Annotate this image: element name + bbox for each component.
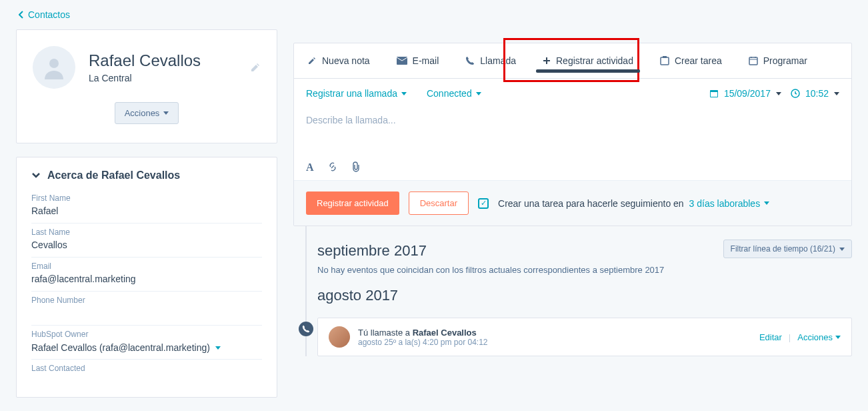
caret-down-icon — [839, 248, 845, 251]
svg-point-0 — [49, 59, 59, 68]
caret-down-icon — [834, 92, 839, 95]
actions-label: Acciones — [125, 108, 160, 118]
field-phone[interactable]: Phone Number — [31, 296, 262, 326]
tabs: Nueva nota E-mail Llamada Registrar acti… — [294, 43, 851, 79]
discard-button[interactable]: Descartar — [409, 191, 469, 215]
svg-rect-6 — [711, 92, 717, 97]
link-icon[interactable] — [327, 161, 338, 173]
field-first-name[interactable]: First Name Rafael — [31, 193, 262, 224]
field-owner[interactable]: HubSpot Owner Rafael Cevallos (rafa@lace… — [31, 330, 262, 360]
about-header[interactable]: Acerca de Rafael Cevallos — [31, 169, 262, 181]
tab-task[interactable]: Crear tarea — [647, 43, 735, 78]
tab-note[interactable]: Nueva nota — [294, 43, 383, 78]
tab-call[interactable]: Llamada — [452, 43, 529, 78]
activity-card[interactable]: Tú llamaste a Rafael Cevallos agosto 25º… — [317, 318, 852, 356]
profile-card: Rafael Cevallos La Central Acciones — [16, 29, 277, 143]
clock-icon — [791, 89, 800, 98]
activity-title: Tú llamaste a Rafael Cevallos — [358, 328, 751, 338]
activity-panel: Nueva nota E-mail Llamada Registrar acti… — [293, 43, 852, 226]
log-type-dropdown[interactable]: Registrar una llamada — [306, 88, 407, 99]
actions-button[interactable]: Acciones — [115, 102, 179, 124]
create-task-label: Crear una tarea para hacerle seguimiento… — [498, 198, 769, 209]
edit-icon[interactable] — [250, 62, 261, 73]
field-last-name[interactable]: Last Name Cevallos — [31, 228, 262, 258]
avatar — [329, 326, 350, 348]
editor-toolbar: A — [294, 155, 851, 180]
task-icon — [660, 56, 669, 65]
format-text-icon[interactable]: A — [306, 161, 314, 173]
svg-rect-4 — [749, 57, 757, 65]
person-icon — [41, 54, 67, 81]
caret-down-icon — [215, 346, 221, 350]
calendar-icon — [749, 56, 758, 65]
note-icon — [307, 56, 317, 65]
avatar — [33, 46, 75, 89]
time-picker[interactable]: 10:52 — [791, 88, 839, 99]
empty-month-text: No hay eventos que coincidan con los fil… — [317, 265, 852, 275]
task-days-dropdown[interactable]: 3 días laborables — [689, 198, 770, 209]
svg-rect-2 — [661, 57, 669, 65]
email-icon — [397, 57, 407, 65]
create-task-checkbox[interactable]: ✓ — [478, 198, 489, 209]
svg-rect-3 — [663, 56, 667, 58]
log-status-dropdown[interactable]: Connected — [427, 88, 481, 99]
contact-name: Rafael Cevallos — [89, 51, 201, 70]
caret-down-icon — [163, 111, 169, 115]
description-input[interactable] — [306, 112, 839, 128]
attachment-icon[interactable] — [351, 161, 361, 173]
chevron-down-icon — [31, 172, 41, 179]
about-card: Acerca de Rafael Cevallos First Name Raf… — [16, 157, 277, 398]
timeline: septiembre 2017 Filtrar línea de tiempo … — [293, 226, 852, 356]
caret-down-icon — [476, 92, 481, 95]
activity-actions-link[interactable]: Acciones — [797, 332, 841, 342]
caret-down-icon — [835, 336, 841, 339]
caret-down-icon — [776, 92, 781, 95]
tab-email[interactable]: E-mail — [383, 43, 453, 78]
activity-meta: agosto 25º a la(s) 4:20 pm por 04:12 — [358, 338, 751, 347]
calendar-icon — [709, 89, 719, 98]
contact-company: La Central — [89, 73, 201, 83]
caret-down-icon — [401, 92, 407, 95]
back-label: Contactos — [28, 9, 70, 20]
chevron-left-icon — [19, 11, 24, 19]
filter-timeline-button[interactable]: Filtrar línea de tiempo (16/21) — [723, 240, 852, 258]
month-header: agosto 2017 — [317, 287, 852, 304]
back-to-contacts[interactable]: Contactos — [0, 0, 868, 29]
date-picker[interactable]: 15/09/2017 — [709, 88, 781, 99]
edit-activity-link[interactable]: Editar — [759, 332, 782, 342]
field-email[interactable]: Email rafa@lacentral.marketing — [31, 262, 262, 292]
field-last-contacted[interactable]: Last Contacted — [31, 364, 262, 381]
phone-icon — [465, 56, 475, 65]
tab-log-activity[interactable]: Registrar actividad — [529, 43, 647, 78]
caret-down-icon — [764, 201, 769, 205]
register-activity-button[interactable]: Registrar actividad — [306, 191, 399, 215]
month-header: septiembre 2017 — [317, 242, 427, 260]
tab-schedule[interactable]: Programar — [735, 43, 821, 78]
plus-icon — [543, 57, 551, 65]
call-activity-icon — [299, 322, 313, 336]
